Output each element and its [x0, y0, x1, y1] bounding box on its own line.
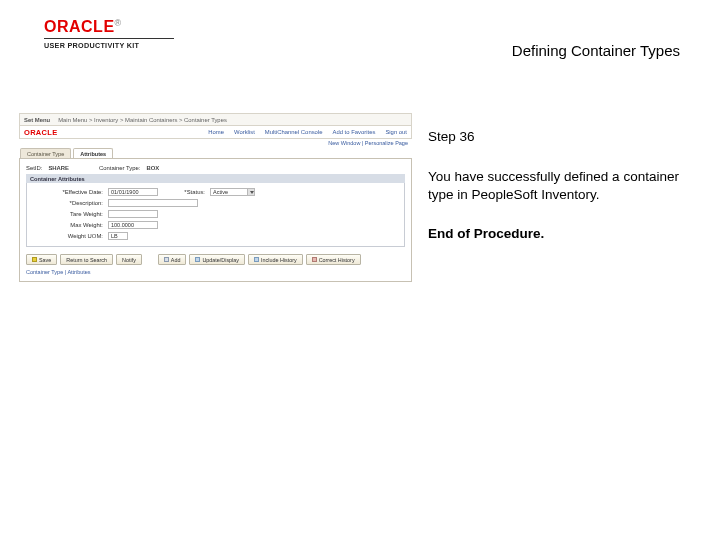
save-icon: [32, 257, 37, 262]
embedded-screenshot: Set Menu Main Menu > Inventory > Maintai…: [19, 113, 412, 281]
chevron-down-icon[interactable]: [248, 188, 255, 196]
oracle-wordmark: ORACLE: [44, 18, 115, 35]
setid-label: SetID:: [26, 165, 42, 171]
instruction-body: You have successfully defined a containe…: [428, 168, 688, 204]
set-menu-label: Set Menu: [24, 117, 50, 123]
page-header: ORACLE® USER PRODUCTIVITY KIT Defining C…: [0, 18, 720, 68]
container-type-label: Container Type:: [99, 165, 140, 171]
nav-favorites[interactable]: Add to Favorites: [332, 129, 375, 135]
page-tabs: Container Type Attributes: [20, 148, 412, 158]
app-oracle-logo: ORACLE: [24, 128, 57, 137]
page-body: SetID: SHARE Container Type: BOX Contain…: [19, 158, 412, 282]
description-label: *Description:: [33, 200, 108, 206]
page-title: Defining Container Types: [512, 42, 680, 59]
breadcrumb-bar: Set Menu Main Menu > Inventory > Maintai…: [19, 113, 412, 126]
history-icon: [254, 257, 259, 262]
breadcrumb-path: Main Menu > Inventory > Maintain Contain…: [58, 117, 227, 123]
nav-worklist[interactable]: Worklist: [234, 129, 255, 135]
tab-attributes[interactable]: Attributes: [73, 148, 113, 158]
effective-date-input[interactable]: 01/01/1900: [108, 188, 158, 196]
tab-container-type[interactable]: Container Type: [20, 148, 71, 158]
footer-page-links[interactable]: Container Type | Attributes: [26, 269, 405, 275]
oracle-upk-logo: ORACLE® USER PRODUCTIVITY KIT: [44, 18, 174, 50]
save-button[interactable]: Save: [26, 254, 57, 265]
notify-button[interactable]: Notify: [116, 254, 142, 265]
include-history-button[interactable]: Include History: [248, 254, 303, 265]
instruction-panel: Step 36 You have successfully defined a …: [428, 128, 688, 243]
new-window-link[interactable]: New Window | Personalize Page: [19, 139, 412, 148]
weight-uom-input[interactable]: LB: [108, 232, 128, 240]
add-button[interactable]: Add: [158, 254, 187, 265]
app-header-bar: ORACLE Home Worklist MultiChannel Consol…: [19, 126, 412, 139]
registered-mark: ®: [115, 18, 122, 28]
description-input[interactable]: [108, 199, 198, 207]
end-of-procedure: End of Procedure.: [428, 225, 688, 243]
max-weight-label: Max Weight:: [33, 222, 108, 228]
update-display-button[interactable]: Update/Display: [189, 254, 245, 265]
add-icon: [164, 257, 169, 262]
action-button-bar: Save Return to Search Notify Add Update/…: [26, 254, 405, 265]
tare-weight-label: Tare Weight:: [33, 211, 108, 217]
upk-subline: USER PRODUCTIVITY KIT: [44, 38, 174, 50]
return-button[interactable]: Return to Search: [60, 254, 113, 265]
container-type-value: BOX: [146, 165, 159, 171]
update-icon: [195, 257, 200, 262]
correct-history-button[interactable]: Correct History: [306, 254, 361, 265]
status-select[interactable]: Active: [210, 188, 248, 196]
status-label: *Status:: [178, 189, 210, 195]
section-container-attributes: Container Attributes: [26, 174, 405, 183]
tare-weight-input[interactable]: [108, 210, 158, 218]
step-label: Step 36: [428, 128, 688, 146]
nav-signout[interactable]: Sign out: [385, 129, 407, 135]
max-weight-input[interactable]: 100.0000: [108, 221, 158, 229]
effective-date-label: *Effective Date:: [33, 189, 108, 195]
setid-value: SHARE: [48, 165, 69, 171]
correct-icon: [312, 257, 317, 262]
weight-uom-label: Weight UOM:: [33, 233, 108, 239]
nav-mcc[interactable]: MultiChannel Console: [265, 129, 323, 135]
nav-home[interactable]: Home: [208, 129, 224, 135]
